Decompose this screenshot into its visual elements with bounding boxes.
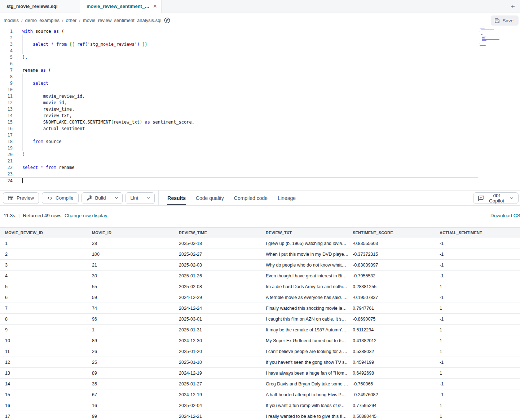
chevron-down-icon[interactable] xyxy=(143,193,154,204)
chevron-right-icon[interactable] xyxy=(338,273,343,278)
code-line[interactable]: 8 xyxy=(0,73,478,80)
table-cell: A terrible movie as everyone has said. … xyxy=(261,292,348,303)
column-header[interactable]: SENTIMENT_SCORE xyxy=(348,228,435,238)
code-line[interactable]: 3 select * from {{ ref('stg_movie_review… xyxy=(0,41,478,48)
code-line[interactable]: 14 review_txt, xyxy=(0,112,478,119)
table-cell: 5 xyxy=(0,281,87,292)
table-cell: 1 xyxy=(435,368,520,378)
code-line[interactable]: 4 xyxy=(0,48,478,54)
copilot-chat-icon xyxy=(478,195,484,201)
chevron-down-icon xyxy=(509,196,514,201)
code-editor[interactable]: 1with source as (23 select * from {{ ref… xyxy=(0,28,520,190)
code-line[interactable]: 18 from source xyxy=(0,138,478,145)
dbt-copilot-button[interactable]: dbt Copilot xyxy=(473,192,519,204)
breadcrumb-separator: / xyxy=(21,18,23,23)
tab-label: movie_review_sentiment_… xyxy=(87,4,149,9)
editor-tab-bar: stg_movie_reviews.sqlmovie_review_sentim… xyxy=(0,0,520,13)
tab-results[interactable]: Results xyxy=(167,191,186,205)
table-cell: 4 xyxy=(0,271,87,281)
chevron-right-icon[interactable] xyxy=(338,381,343,386)
chevron-right-icon[interactable] xyxy=(338,327,343,332)
table-cell: 2025-02-18 xyxy=(174,238,261,249)
table-cell: I grew up (b. 1965) watching and lovin… xyxy=(261,238,348,249)
line-number: 4 xyxy=(0,48,17,54)
editor-tab[interactable]: stg_movie_reviews.sql xyxy=(0,0,80,13)
code-line[interactable]: 1with source as ( xyxy=(0,28,478,35)
chevron-right-icon[interactable] xyxy=(338,252,343,256)
breadcrumb-item[interactable]: models xyxy=(4,18,19,23)
line-number: 20 xyxy=(0,151,17,158)
table-cell: 59 xyxy=(87,292,174,303)
code-line[interactable]: 22select * from rename xyxy=(0,164,478,171)
code-line[interactable]: 12 movie_id, xyxy=(0,99,478,106)
table-cell: 96 xyxy=(87,314,174,324)
code-line[interactable]: 5), xyxy=(0,54,478,61)
chevron-right-icon[interactable] xyxy=(338,360,343,364)
code-line[interactable]: 20) xyxy=(0,151,478,158)
chevron-right-icon[interactable] xyxy=(338,392,343,397)
code-line[interactable]: 10 xyxy=(0,86,478,93)
code-line[interactable]: 7rename as ( xyxy=(0,67,478,73)
editor-tab[interactable]: movie_review_sentiment_…✕ xyxy=(80,0,162,13)
code-line[interactable]: 21 xyxy=(0,158,478,164)
chevron-down-icon[interactable] xyxy=(111,193,122,204)
code-line[interactable]: 2 xyxy=(0,35,478,41)
table-cell: -1 xyxy=(435,379,520,389)
table-cell: 25 xyxy=(87,357,174,367)
tab-lineage[interactable]: Lineage xyxy=(278,191,296,205)
chevron-right-icon[interactable] xyxy=(338,241,343,245)
compass-icon[interactable] xyxy=(164,17,170,23)
tab-code-quality[interactable]: Code quality xyxy=(196,191,224,205)
preview-button[interactable]: Preview xyxy=(3,192,39,204)
table-cell: Greg Davis and Bryan Daly take some … xyxy=(261,379,348,389)
chevron-right-icon[interactable] xyxy=(338,263,343,267)
code-line[interactable]: 16 actual_sentiment xyxy=(0,125,478,132)
table-cell: -1 xyxy=(435,271,520,281)
table-row: 16162025-02-04If you want a fun romp wit… xyxy=(0,400,520,411)
code-line[interactable]: 6 xyxy=(0,61,478,67)
save-button[interactable]: Save xyxy=(491,15,519,26)
line-number: 6 xyxy=(0,61,17,67)
compile-button[interactable]: Compile xyxy=(42,192,79,204)
chevron-right-icon[interactable] xyxy=(338,284,343,289)
code-line[interactable]: 23 xyxy=(0,171,478,177)
chevron-right-icon[interactable] xyxy=(338,338,343,343)
chevron-right-icon[interactable] xyxy=(338,349,343,353)
line-number: 17 xyxy=(0,132,17,138)
code-line[interactable]: 9 select xyxy=(0,80,478,86)
breadcrumb-item[interactable]: other xyxy=(66,18,77,23)
editor-tabs: stg_movie_reviews.sqlmovie_review_sentim… xyxy=(0,0,162,13)
code-line[interactable]: 24 xyxy=(0,177,478,184)
code-line[interactable]: 13 review_time, xyxy=(0,106,478,112)
table-cell: It may be the remake of 1987 Autumn'… xyxy=(261,325,348,335)
table-cell: 2024-12-29 xyxy=(174,292,261,303)
build-button[interactable]: Build xyxy=(81,192,123,204)
table-cell: 30 xyxy=(87,271,174,281)
column-header[interactable]: REVIEW_TIME xyxy=(174,228,261,238)
column-header[interactable]: ACTUAL_SENTIMENT xyxy=(435,228,520,238)
change-row-display-link[interactable]: Change row display xyxy=(65,213,107,218)
column-header[interactable]: MOVIE_REVIEW_ID xyxy=(0,228,87,238)
table-cell: 0.5112294 xyxy=(348,325,435,335)
breadcrumb-item[interactable]: demo_examples xyxy=(25,18,60,23)
column-header[interactable]: REVIEW_TXT xyxy=(261,228,348,238)
chevron-right-icon[interactable] xyxy=(338,317,343,321)
breadcrumb-item[interactable]: movie_review_sentiment_analysis.sql xyxy=(83,18,162,23)
lint-button[interactable]: Lint xyxy=(125,192,155,204)
code-line[interactable]: 19 xyxy=(0,145,478,151)
code-line[interactable]: 11 movie_review_id, xyxy=(0,93,478,99)
chevron-right-icon[interactable] xyxy=(338,403,343,407)
tab-compiled-code[interactable]: Compiled code xyxy=(234,191,268,205)
code-line[interactable]: 17 xyxy=(0,132,478,138)
chevron-right-icon[interactable] xyxy=(338,414,343,418)
close-icon[interactable]: ✕ xyxy=(153,4,157,9)
chevron-right-icon[interactable] xyxy=(338,306,343,310)
editor-minimap[interactable] xyxy=(480,27,503,48)
download-csv-link[interactable]: Download CSV xyxy=(490,213,520,218)
chevron-right-icon[interactable] xyxy=(338,295,343,299)
chevron-right-icon[interactable] xyxy=(338,371,343,375)
line-number: 21 xyxy=(0,158,17,164)
column-header[interactable]: MOVIE_ID xyxy=(87,228,174,238)
code-line[interactable]: 15 SNOWFLAKE.CORTEX.SENTIMENT(review_txt… xyxy=(0,119,478,125)
new-tab-button[interactable]: + xyxy=(508,1,518,12)
